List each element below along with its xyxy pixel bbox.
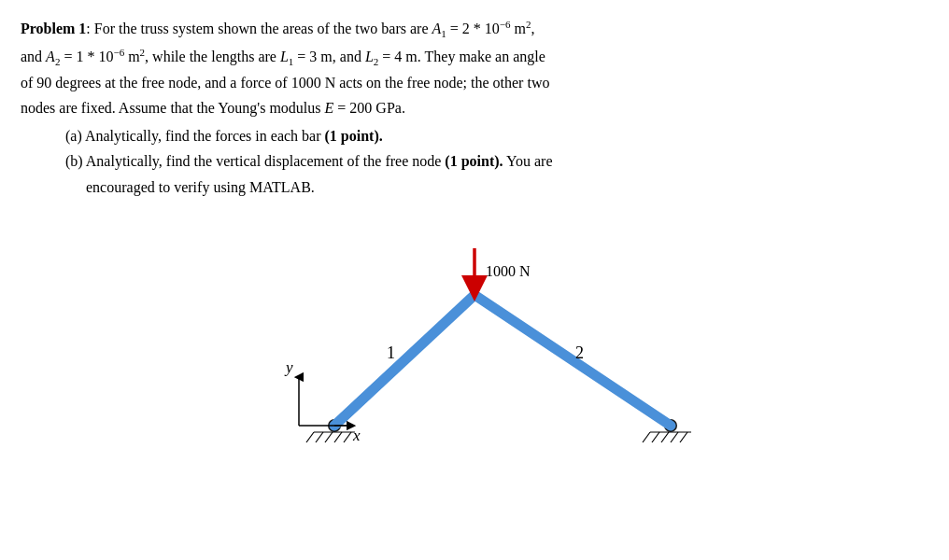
and-text: and (21, 49, 46, 64)
colon: : For the truss system shown the areas o… (86, 21, 432, 36)
while-text: , while the lengths are (145, 49, 280, 64)
hatch4 (334, 432, 342, 442)
bar1 (334, 295, 474, 426)
hatch2 (316, 432, 323, 442)
part-a-points: (1 point). (325, 128, 383, 144)
part-b-line1: (b) Analytically, find the vertical disp… (65, 149, 927, 174)
A2: A2 = 1 * 10−6 m2 (46, 49, 145, 64)
problem-label: Problem 1 (21, 21, 86, 36)
x-axis-label: x (352, 427, 361, 444)
force-label: 1000 N (486, 263, 531, 279)
bar2-label: 2 (575, 343, 584, 362)
hatch9 (671, 432, 678, 442)
hatch8 (661, 432, 669, 442)
hatch7 (652, 432, 659, 442)
parts-list: (a) Analytically, find the forces in eac… (65, 124, 927, 200)
hatch6 (643, 432, 650, 442)
hatch1 (306, 432, 314, 442)
y-axis-label: y (284, 358, 293, 376)
part-b-points: (1 point). (445, 153, 503, 169)
hatch10 (680, 432, 687, 442)
line1: Problem 1: For the truss system shown th… (21, 17, 927, 43)
line4: nodes are fixed. Assume that the Young's… (21, 97, 927, 120)
hatch5 (344, 432, 351, 442)
L1: L1 = 3 m, and (280, 49, 365, 64)
bar2 (474, 295, 671, 426)
hatch3 (325, 432, 333, 442)
part-a: (a) Analytically, find the forces in eac… (65, 124, 927, 148)
L2: L2 = 4 m. They make an angle (365, 49, 545, 64)
diagram-area: 1000 N 1 2 y x (21, 220, 928, 472)
A1: A1 = 2 * 10−6 m2, (432, 21, 535, 36)
line3: of 90 degrees at the free node, and a fo… (21, 72, 927, 95)
line2: and A2 = 1 * 10−6 m2, while the lengths … (21, 45, 927, 71)
truss-diagram: 1000 N 1 2 y x (213, 220, 736, 472)
part-b-line2: encouraged to verify using MATLAB. (86, 175, 927, 200)
problem-text: Problem 1: For the truss system shown th… (21, 17, 927, 200)
bar1-label: 1 (387, 343, 395, 362)
